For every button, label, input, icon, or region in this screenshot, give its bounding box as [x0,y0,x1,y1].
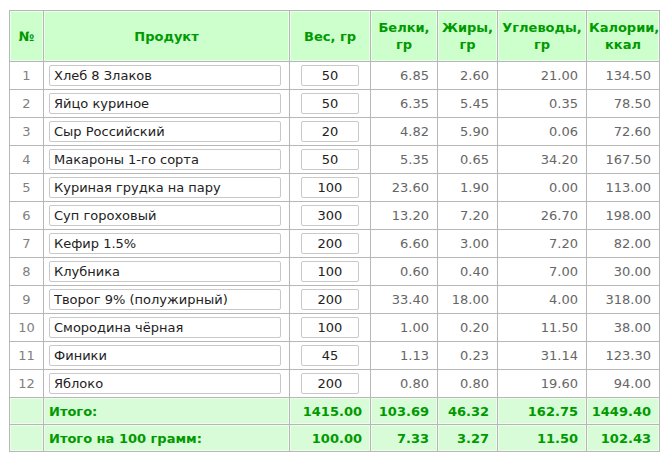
totals-weight: 1415.00 [290,398,371,425]
carbs-value: 19.60 [498,370,587,398]
fat-value: 0.40 [438,258,498,286]
weight-input[interactable] [301,345,359,366]
header-row: № Продукт Вес, гр Белки, гр Жиры, гр Угл… [10,11,660,62]
fat-value: 5.90 [438,118,498,146]
protein-value: 4.82 [371,118,438,146]
product-cell [44,90,290,118]
per100-fat: 3.27 [438,425,498,452]
table-row: 7 6.60 3.00 7.20 82.00 [10,230,660,258]
row-number: 1 [10,62,44,90]
table-row: 2 6.35 5.45 0.35 78.50 [10,90,660,118]
table-row: 9 33.40 18.00 4.00 318.00 [10,286,660,314]
weight-input[interactable] [301,289,359,310]
calories-value: 113.00 [587,174,660,202]
product-cell [44,174,290,202]
protein-value: 5.35 [371,146,438,174]
weight-input[interactable] [301,121,359,142]
product-name-input[interactable] [49,233,281,254]
product-name-input[interactable] [49,373,281,394]
weight-input[interactable] [301,149,359,170]
carbs-value: 7.00 [498,258,587,286]
product-cell [44,286,290,314]
weight-input[interactable] [301,261,359,282]
totals-protein: 103.69 [371,398,438,425]
per100-calories: 102.43 [587,425,660,452]
carbs-value: 31.14 [498,342,587,370]
header-number: № [10,11,44,62]
product-name-input[interactable] [49,121,281,142]
table-row: 8 0.60 0.40 7.00 30.00 [10,258,660,286]
product-name-input[interactable] [49,317,281,338]
weight-input[interactable] [301,93,359,114]
protein-value: 6.35 [371,90,438,118]
table-row: 11 1.13 0.23 31.14 123.30 [10,342,660,370]
product-name-input[interactable] [49,93,281,114]
carbs-value: 26.70 [498,202,587,230]
product-name-input[interactable] [49,205,281,226]
header-calories: Калории, ккал [587,11,660,62]
protein-value: 0.80 [371,370,438,398]
carbs-value: 4.00 [498,286,587,314]
header-carbs: Углеводы, гр [498,11,587,62]
table-row: 3 4.82 5.90 0.06 72.60 [10,118,660,146]
fat-value: 18.00 [438,286,498,314]
totals-row: Итого: 1415.00 103.69 46.32 162.75 1449.… [10,398,660,425]
product-name-input[interactable] [49,65,281,86]
calories-value: 318.00 [587,286,660,314]
totals-calories: 1449.40 [587,398,660,425]
totals-empty-cell [10,398,44,425]
product-name-input[interactable] [49,261,281,282]
calories-value: 94.00 [587,370,660,398]
weight-cell [290,258,371,286]
row-number: 3 [10,118,44,146]
calories-value: 82.00 [587,230,660,258]
row-number: 11 [10,342,44,370]
table-row: 5 23.60 1.90 0.00 113.00 [10,174,660,202]
weight-cell [290,90,371,118]
totals-fat: 46.32 [438,398,498,425]
per100-weight: 100.00 [290,425,371,452]
weight-input[interactable] [301,233,359,254]
protein-value: 1.13 [371,342,438,370]
fat-value: 0.20 [438,314,498,342]
weight-cell [290,202,371,230]
table-footer: Итого: 1415.00 103.69 46.32 162.75 1449.… [10,398,660,452]
weight-input[interactable] [301,317,359,338]
carbs-value: 7.20 [498,230,587,258]
row-number: 12 [10,370,44,398]
product-cell [44,118,290,146]
weight-cell [290,118,371,146]
row-number: 7 [10,230,44,258]
fat-value: 0.23 [438,342,498,370]
carbs-value: 0.06 [498,118,587,146]
weight-input[interactable] [301,373,359,394]
fat-value: 0.80 [438,370,498,398]
product-name-input[interactable] [49,345,281,366]
fat-value: 5.45 [438,90,498,118]
per100-label: Итого на 100 грамм: [44,425,290,452]
table-header: № Продукт Вес, гр Белки, гр Жиры, гр Угл… [10,11,660,62]
table-row: 4 5.35 0.65 34.20 167.50 [10,146,660,174]
fat-value: 1.90 [438,174,498,202]
fat-value: 0.65 [438,146,498,174]
weight-input[interactable] [301,205,359,226]
fat-value: 7.20 [438,202,498,230]
per100-carbs: 11.50 [498,425,587,452]
fat-value: 2.60 [438,62,498,90]
weight-cell [290,230,371,258]
weight-input[interactable] [301,177,359,198]
row-number: 8 [10,258,44,286]
product-name-input[interactable] [49,149,281,170]
weight-input[interactable] [301,65,359,86]
header-product: Продукт [44,11,290,62]
carbs-value: 34.20 [498,146,587,174]
row-number: 9 [10,286,44,314]
protein-value: 13.20 [371,202,438,230]
calories-value: 134.50 [587,62,660,90]
weight-cell [290,62,371,90]
product-name-input[interactable] [49,289,281,310]
product-cell [44,342,290,370]
carbs-value: 0.00 [498,174,587,202]
table-row: 12 0.80 0.80 19.60 94.00 [10,370,660,398]
product-name-input[interactable] [49,177,281,198]
